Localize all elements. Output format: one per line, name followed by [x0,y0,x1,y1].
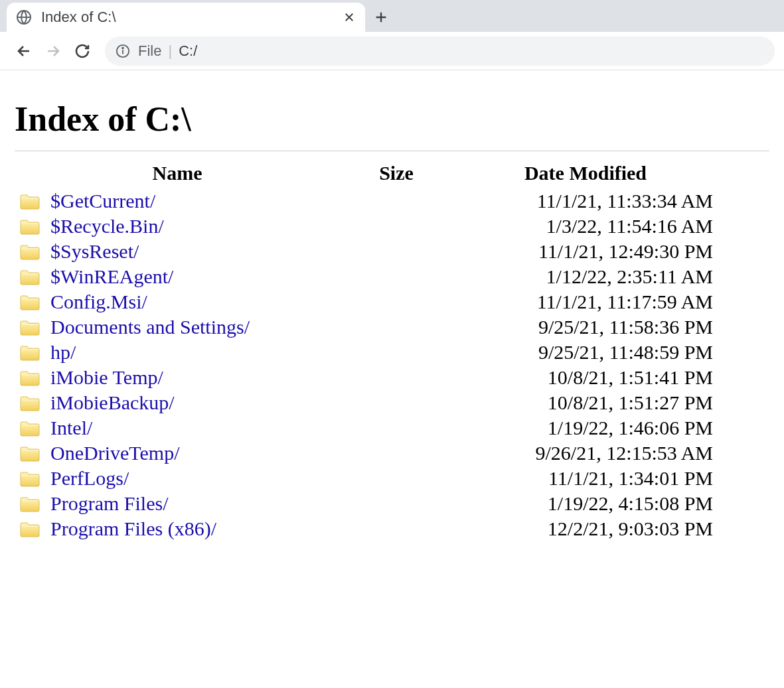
folder-icon [15,365,45,390]
column-header-name[interactable]: Name [15,158,340,188]
entry-link[interactable]: $SysReset/ [50,240,139,262]
entry-size [340,491,453,516]
close-tab-icon[interactable] [343,11,356,24]
table-row: iMobieBackup/10/8/21, 1:51:27 PM [15,390,718,415]
entry-link[interactable]: Documents and Settings/ [50,316,250,338]
entry-date: 1/3/22, 11:54:16 AM [453,214,718,239]
entry-date: 9/26/21, 12:15:53 AM [453,441,718,466]
entry-link[interactable]: Intel/ [50,417,92,439]
entry-size [340,340,453,365]
entry-link[interactable]: $WinREAgent/ [50,265,173,287]
entry-link[interactable]: PerfLogs/ [50,467,129,489]
column-header-date[interactable]: Date Modified [453,158,718,188]
forward-button[interactable] [39,36,68,66]
folder-icon [15,214,45,239]
entry-date: 1/19/22, 1:46:06 PM [453,415,718,441]
table-row: iMobie Temp/10/8/21, 1:51:41 PM [15,365,718,390]
table-row: $GetCurrent/11/1/21, 11:33:34 AM [15,188,718,214]
entry-size [340,441,453,466]
entry-link[interactable]: Program Files/ [50,492,169,514]
entry-size [340,365,453,390]
table-row: PerfLogs/11/1/21, 1:34:01 PM [15,466,718,491]
table-row: $WinREAgent/1/12/22, 2:35:11 AM [15,264,718,289]
back-button[interactable] [9,36,39,66]
entry-name: $WinREAgent/ [45,264,340,289]
entry-size [340,466,453,491]
browser-tab[interactable]: Index of C:\ [7,3,365,32]
new-tab-button[interactable] [365,3,397,32]
entry-size [340,314,453,340]
entry-size [340,289,453,314]
entry-name: Documents and Settings/ [45,314,340,340]
table-row: Program Files/1/19/22, 4:15:08 PM [15,491,718,516]
table-row: $Recycle.Bin/1/3/22, 11:54:16 AM [15,214,718,239]
entry-size [340,188,453,214]
entry-size [340,214,453,239]
entry-size [340,390,453,415]
entry-link[interactable]: $Recycle.Bin/ [50,215,164,237]
table-row: $SysReset/11/1/21, 12:49:30 PM [15,239,718,264]
page-title: Index of C:\ [15,100,769,139]
entry-link[interactable]: hp/ [50,341,76,363]
folder-icon [15,441,45,466]
entry-link[interactable]: iMobie Temp/ [50,366,163,388]
svg-point-3 [122,47,123,48]
address-protocol: File [138,42,161,60]
entry-name: $SysReset/ [45,239,340,264]
address-bar[interactable]: File | C:/ [105,36,775,66]
entry-link[interactable]: OneDriveTemp/ [50,442,180,464]
table-row: OneDriveTemp/9/26/21, 12:15:53 AM [15,441,718,466]
folder-icon [15,188,45,214]
address-path: C:/ [179,42,197,60]
entry-name: OneDriveTemp/ [45,441,340,466]
globe-icon [16,9,32,25]
browser-toolbar: File | C:/ [0,32,784,70]
entry-date: 11/1/21, 1:34:01 PM [453,466,718,491]
page-content: Index of C:\ Name Size Date Modified $Ge… [0,70,784,555]
entry-size [340,516,453,541]
entry-name: hp/ [45,340,340,365]
entry-date: 10/8/21, 1:51:27 PM [453,390,718,415]
folder-icon [15,289,45,314]
entry-name: Config.Msi/ [45,289,340,314]
folder-icon [15,516,45,541]
tab-title: Index of C:\ [41,9,343,26]
address-separator: | [168,42,172,60]
folder-icon [15,415,45,441]
divider [15,151,769,151]
entry-name: Program Files/ [45,491,340,516]
entry-date: 11/1/21, 12:49:30 PM [453,239,718,264]
entry-date: 10/8/21, 1:51:41 PM [453,365,718,390]
entry-link[interactable]: $GetCurrent/ [50,190,155,212]
folder-icon [15,340,45,365]
entry-name: Intel/ [45,415,340,441]
entry-size [340,415,453,441]
folder-icon [15,264,45,289]
table-row: hp/9/25/21, 11:48:59 PM [15,340,718,365]
entry-date: 1/19/22, 4:15:08 PM [453,491,718,516]
column-header-size[interactable]: Size [340,158,453,188]
entry-name: iMobie Temp/ [45,365,340,390]
folder-icon [15,390,45,415]
folder-icon [15,314,45,340]
info-icon [116,44,130,58]
reload-button[interactable] [68,36,97,66]
entry-name: $GetCurrent/ [45,188,340,214]
entry-date: 11/1/21, 11:17:59 AM [453,289,718,314]
entry-date: 1/12/22, 2:35:11 AM [453,264,718,289]
table-row: Documents and Settings/9/25/21, 11:58:36… [15,314,718,340]
folder-icon [15,239,45,264]
entry-link[interactable]: Config.Msi/ [50,291,147,312]
folder-icon [15,491,45,516]
table-row: Intel/1/19/22, 1:46:06 PM [15,415,718,441]
entry-size [340,264,453,289]
entry-name: $Recycle.Bin/ [45,214,340,239]
tab-strip: Index of C:\ [0,0,784,32]
table-row: Program Files (x86)/12/2/21, 9:03:03 PM [15,516,718,541]
entry-date: 12/2/21, 9:03:03 PM [453,516,718,541]
entry-link[interactable]: Program Files (x86)/ [50,517,216,539]
entry-date: 11/1/21, 11:33:34 AM [453,188,718,214]
entry-link[interactable]: iMobieBackup/ [50,391,175,413]
entry-date: 9/25/21, 11:48:59 PM [453,340,718,365]
directory-listing: Name Size Date Modified $GetCurrent/11/1… [15,158,718,541]
